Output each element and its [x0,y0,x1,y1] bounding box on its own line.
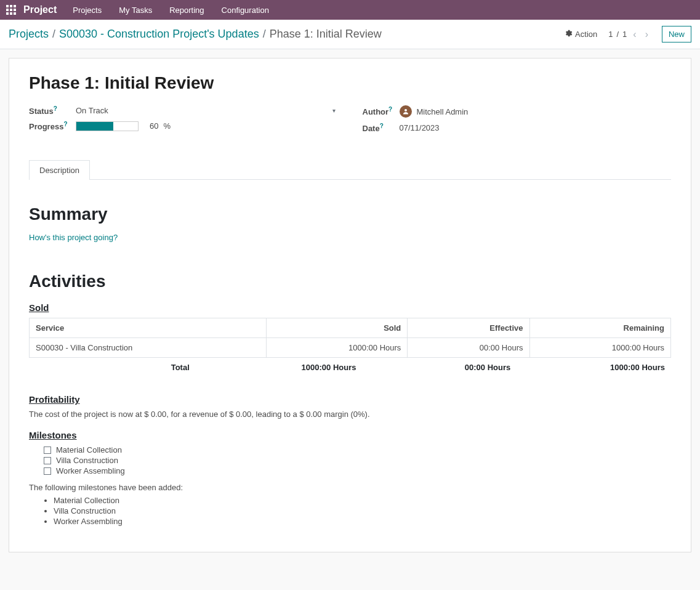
col-sold: Sold [266,318,407,338]
milestones-added-text: The following milestones have been added… [29,483,671,492]
sold-table: Service Sold Effective Remaining S00030 … [29,318,671,358]
milestone-checklist: Material Collection Villa Construction W… [44,445,671,475]
help-icon[interactable]: ? [388,106,392,113]
summary-placeholder[interactable]: How's this project going? [29,233,671,242]
table-row[interactable]: S00030 - Villa Construction 1000:00 Hour… [30,338,671,358]
list-item: Material Collection [54,496,671,505]
col-effective: Effective [408,318,529,338]
progress-unit: % [163,121,171,131]
cell-effective: 00:00 Hours [408,338,529,358]
list-item: Worker Assembling [54,517,671,526]
nav-projects[interactable]: Projects [65,2,109,18]
new-button[interactable]: New [662,26,691,42]
list-item: Worker Assembling [44,466,671,475]
breadcrumb-sep: / [52,28,55,41]
help-icon[interactable]: ? [54,105,57,112]
action-menu[interactable]: Action [564,29,597,39]
avatar [400,105,412,118]
activities-heading: Activities [29,272,671,291]
table-total-row: Total 1000:00 Hours 00:00 Hours 1000:00 … [29,358,671,377]
author-label: Author [363,108,389,117]
field-progress: Progress? 60 % [29,121,338,131]
milestone-label: Worker Assembling [56,466,125,475]
pager-prev-icon[interactable]: ‹ [630,28,638,41]
apps-icon[interactable] [5,4,17,16]
checkbox-icon[interactable] [44,457,51,464]
list-item: Villa Construction [44,456,671,465]
form-view: Phase 1: Initial Review Status? On Track… [9,58,691,552]
pager: 1 / 1 ‹ › [608,28,651,41]
breadcrumb-parent[interactable]: S00030 - Construction Project's Updates [59,28,259,41]
breadcrumb-current: Phase 1: Initial Review [270,28,382,41]
nav-my-tasks[interactable]: My Tasks [111,2,159,18]
svg-point-0 [404,109,407,111]
control-panel: Projects / S00030 - Construction Project… [0,20,700,49]
nav-configuration[interactable]: Configuration [214,2,276,18]
milestone-label: Villa Construction [56,456,118,465]
table-header-row: Service Sold Effective Remaining [30,318,671,338]
page-title: Phase 1: Initial Review [29,73,671,93]
top-nav: Project Projects My Tasks Reporting Conf… [0,0,700,20]
tab-description[interactable]: Description [29,160,90,180]
profitability-text: The cost of the project is now at $ 0.00… [29,410,671,419]
breadcrumb: Projects / S00030 - Construction Project… [9,28,382,41]
progress-fill [76,122,113,131]
status-label: Status [29,107,54,116]
nav-reporting[interactable]: Reporting [162,2,211,18]
col-remaining: Remaining [529,318,670,338]
milestone-label: Material Collection [56,445,122,455]
caret-down-icon: ▾ [332,107,338,114]
brand-title[interactable]: Project [23,4,57,15]
action-menu-label: Action [575,30,597,39]
total-sold: 1000:00 Hours [202,363,356,372]
sold-heading: Sold [29,302,671,313]
field-status: Status? On Track ▾ [29,105,338,116]
pager-current: 1 [608,30,613,39]
total-effective: 00:00 Hours [356,363,511,372]
help-icon[interactable]: ? [380,123,384,129]
progress-bar[interactable] [76,121,139,131]
cell-service: S00030 - Villa Construction [30,338,267,358]
milestones-heading: Milestones [29,430,671,440]
checkbox-icon[interactable] [44,467,51,475]
field-author: Author? Mitchell Admin [363,105,672,118]
milestones-added-list: Material Collection Villa Construction W… [54,496,671,526]
date-value[interactable]: 07/11/2023 [400,123,440,132]
total-remaining: 1000:00 Hours [510,363,665,372]
list-item: Villa Construction [54,506,671,515]
pager-next-icon[interactable]: › [643,28,651,41]
breadcrumb-root[interactable]: Projects [9,28,49,41]
progress-label: Progress [29,123,63,132]
status-value: On Track [76,106,108,115]
breadcrumb-sep: / [263,28,266,41]
summary-heading: Summary [29,204,671,224]
total-label: Total [35,363,202,372]
help-icon[interactable]: ? [63,121,67,127]
col-service: Service [30,318,267,338]
control-panel-right: Action 1 / 1 ‹ › New [564,26,691,42]
pager-sep: / [616,30,619,39]
date-label: Date [363,124,380,133]
author-value[interactable]: Mitchell Admin [417,107,469,116]
checkbox-icon[interactable] [44,447,51,454]
cell-remaining: 1000:00 Hours [529,338,670,358]
cell-sold: 1000:00 Hours [266,338,407,358]
description-panel: Summary How's this project going? Activi… [9,180,691,552]
pager-total: 1 [622,30,627,39]
tab-bar: Description [29,160,671,180]
profitability-heading: Profitability [29,394,671,405]
list-item: Material Collection [44,445,671,455]
field-date: Date? 07/11/2023 [363,123,672,133]
progress-value[interactable]: 60 [150,121,158,131]
gear-icon [564,29,573,39]
field-grid: Status? On Track ▾ Progress? [29,105,671,138]
status-select[interactable]: On Track ▾ [76,106,338,116]
